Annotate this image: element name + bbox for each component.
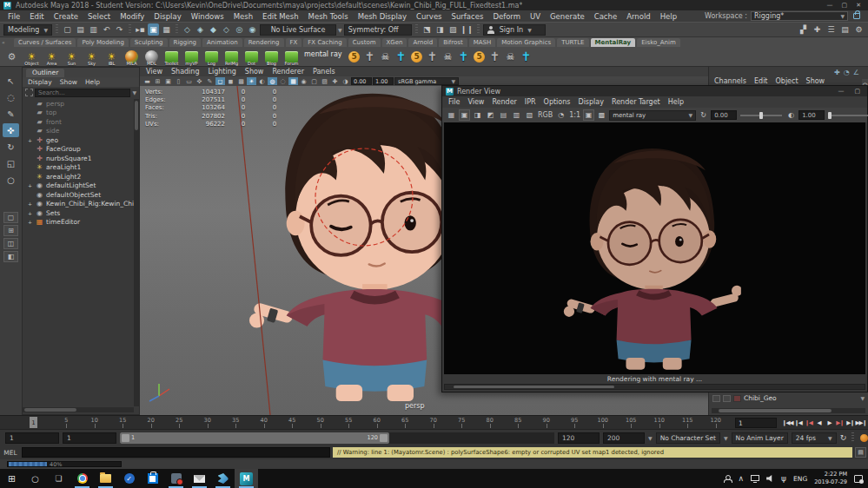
mel-toggle[interactable]: MEL — [2, 449, 19, 457]
ipr-render-icon[interactable]: ◨ — [434, 23, 446, 36]
symmetry-dropdown[interactable]: Symmetry: Off — [344, 24, 412, 36]
single-view-icon[interactable]: ▬ — [142, 77, 152, 85]
cortana-search-button[interactable]: ○ — [23, 469, 47, 488]
outliner-item[interactable]: side — [23, 127, 134, 136]
select-hierarchy-icon[interactable]: ▸▪ — [135, 23, 146, 36]
maximize-button[interactable]: ▢ — [842, 2, 848, 9]
shelf-tab[interactable]: Custom — [348, 38, 381, 47]
sign-in-dropdown[interactable]: Sign In ▼ — [483, 24, 546, 36]
step-back-frame-button[interactable]: ❙◀ — [793, 417, 804, 429]
maya[interactable]: M — [235, 469, 258, 488]
bookmark-icon[interactable]: ▯ — [174, 77, 183, 85]
pause-icon[interactable]: ❙❙ — [461, 23, 474, 36]
mentalray-shelf-button[interactable]: myVP — [182, 48, 201, 66]
mentalray-shelf-button[interactable]: Dot — [242, 48, 261, 66]
menu-item[interactable]: Mesh Display — [358, 12, 407, 21]
attribute-editor-icon[interactable]: ▤ — [839, 23, 851, 36]
menu-item[interactable]: Mesh Tools — [308, 12, 348, 21]
render-settings-icon[interactable]: ▨ — [447, 23, 459, 36]
shelf-tab[interactable]: Sculpting — [130, 38, 168, 47]
select-object-icon[interactable]: ▣ — [148, 23, 159, 36]
step-forward-frame-button[interactable]: ▶❙ — [845, 417, 856, 429]
expand-icon[interactable]: + — [27, 137, 33, 143]
menu-item[interactable]: Deform — [493, 12, 520, 21]
shadows-icon[interactable]: ◐ — [257, 77, 267, 85]
range-end-handle[interactable] — [380, 434, 388, 442]
open-scene-icon[interactable]: ▤ — [75, 23, 86, 36]
joint-tool[interactable]: ○ — [3, 173, 19, 187]
menu-item[interactable]: Generate — [550, 12, 585, 21]
chevron-down-icon[interactable]: ▼ — [338, 27, 342, 33]
menu-item[interactable]: Modify — [120, 12, 144, 21]
image-plane-icon[interactable]: ▭ — [184, 77, 194, 85]
chevron-down-icon[interactable]: ▼ — [648, 435, 653, 441]
shelf-tab[interactable]: Bifrost — [439, 38, 467, 47]
task-view-button[interactable]: ❏ — [47, 469, 70, 488]
animation-start-field[interactable]: 1 — [5, 432, 59, 444]
light-shelf-button[interactable]: ☀ Object — [23, 48, 41, 66]
mentalray-shelf-button[interactable]: Forum — [282, 48, 301, 66]
chrome[interactable] — [70, 469, 94, 488]
character-shelf-button[interactable]: ✝ — [488, 48, 502, 66]
anim-layer-field[interactable]: No Anim Layer — [732, 432, 788, 444]
ambient-occlusion-icon[interactable]: ◍ — [268, 77, 277, 85]
playback-start-field[interactable]: 1 — [63, 432, 116, 444]
redo-icon[interactable]: ↷ — [114, 23, 125, 36]
shelf-switcher-icon[interactable]: « — [2, 39, 6, 45]
command-input[interactable] — [22, 447, 330, 458]
shelf-tab[interactable]: Rendering — [244, 38, 284, 47]
lasso-select-tool[interactable]: ◌ — [3, 90, 19, 104]
layer-visibility-toggle[interactable] — [712, 395, 720, 402]
playback-loop-icon[interactable]: ↻ — [840, 433, 847, 442]
anti-alias-icon[interactable]: ▦ — [288, 77, 298, 85]
four-view-icon[interactable]: ⊞ — [153, 77, 162, 85]
viewport-menu-item[interactable]: Shading — [171, 68, 200, 76]
render-view-menu-item[interactable]: File — [448, 98, 460, 106]
viewport-menu-item[interactable]: View — [146, 68, 162, 76]
xray-icon[interactable]: ▨ — [320, 77, 329, 85]
outliner-menu-item[interactable]: Display — [28, 78, 52, 86]
outliner-item[interactable]: areaLight2 — [23, 172, 134, 181]
character-shelf-button[interactable]: ✝ — [457, 48, 471, 66]
character-set-dropdown[interactable]: No Character Set — [656, 432, 720, 444]
viewport-menu-item[interactable]: Show — [245, 68, 264, 76]
shelf-tab[interactable]: Eisko_Anim — [637, 38, 680, 47]
hyperbolic-icon[interactable]: ∠ — [853, 69, 859, 76]
microsoft-store[interactable] — [141, 469, 164, 488]
mentalray-shelf-button[interactable]: Toolkit — [162, 48, 181, 66]
layer-color-swatch[interactable] — [733, 395, 741, 402]
lock-icon[interactable] — [853, 13, 860, 19]
viewport-menu-item[interactable]: Panels — [313, 68, 335, 76]
snap-to-plane-icon[interactable]: ◇ — [221, 23, 232, 36]
mentalray-shelf-button[interactable]: Log — [202, 48, 221, 66]
exposure-icon[interactable]: ◑ — [341, 77, 350, 85]
depth-of-field-icon[interactable]: ◉ — [299, 77, 308, 85]
motion-blur-icon[interactable]: ◌ — [278, 77, 288, 85]
render-view-menu-item[interactable]: Display — [578, 98, 604, 106]
expand-icon[interactable]: + — [27, 182, 33, 188]
minimize-button[interactable]: — — [838, 88, 844, 95]
shelf-tab[interactable]: TURTLE — [557, 38, 588, 47]
outliner-item[interactable]: persp — [23, 99, 134, 109]
fps-dropdown[interactable]: 24 fps▼ — [792, 432, 837, 444]
filter-icon[interactable] — [25, 89, 33, 96]
animation-end-field[interactable]: 200 — [603, 432, 645, 444]
xray-joints-icon[interactable]: ✚ — [330, 77, 340, 85]
teamviewer[interactable]: ✓ — [117, 469, 141, 488]
volume-icon[interactable] — [766, 475, 774, 482]
render-view-titlebar[interactable]: M Render View — ▢ — [442, 86, 867, 96]
speed-icon[interactable]: ◔ — [844, 69, 850, 76]
snapshot-icon[interactable]: ◨ — [472, 109, 483, 121]
character-controls-icon[interactable]: ✚ — [812, 23, 823, 36]
render-view-menu-item[interactable]: Options — [544, 98, 571, 106]
channel-box-menu-item[interactable]: Channels — [714, 77, 746, 85]
shelf-tab[interactable]: MASH — [469, 38, 496, 47]
step-forward-key-button[interactable]: ▶❙ — [835, 417, 845, 429]
expand-icon[interactable]: + — [27, 201, 33, 207]
character-shelf-button[interactable]: ✝ — [426, 48, 440, 66]
character-shelf-button[interactable]: ✝ — [394, 48, 408, 66]
character-shelf-button[interactable]: 5 — [473, 48, 487, 66]
keep-image-icon[interactable]: ▤ — [498, 109, 509, 121]
character-shelf-button[interactable]: 5 — [410, 48, 424, 66]
menu-item[interactable]: Create — [54, 12, 78, 21]
